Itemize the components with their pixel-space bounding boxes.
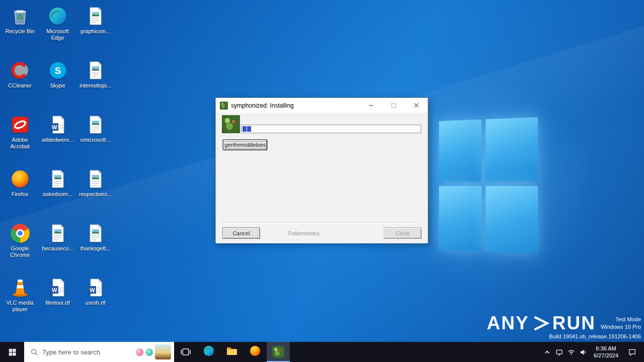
- desktop-icon-graphicsm[interactable]: graphicsm...: [76, 3, 114, 57]
- edge-icon: [203, 345, 215, 359]
- desktop-icon-vlc[interactable]: VLC media player: [1, 275, 39, 329]
- close-icon: [414, 103, 419, 108]
- taskbar-edge-button[interactable]: [197, 342, 220, 362]
- display-icon: [555, 348, 563, 356]
- taskbar-installer-button[interactable]: [267, 342, 290, 362]
- window-controls: [360, 98, 428, 113]
- image-doc-icon: [47, 223, 68, 244]
- desktop-icon-addedwere[interactable]: Waddedwere...: [39, 112, 76, 166]
- desktop-icon-label: CCleaner: [8, 82, 31, 89]
- desktop-icon-thanksgett[interactable]: thanksgett...: [76, 220, 114, 275]
- installer-thumbnail-image: [222, 115, 240, 133]
- desktop-icon-label: usroh.rtf: [85, 300, 105, 306]
- desktop-icon-omicrosoft[interactable]: omicrosoft...: [76, 112, 114, 166]
- search-input[interactable]: [42, 348, 132, 356]
- desktop-icon-grid: Recycle BinMicrosoft Edgegraphicsm...CCl…: [1, 3, 114, 329]
- desktop-icon-google-chrome[interactable]: Google Chrome: [1, 220, 39, 275]
- taskbar-explorer-button[interactable]: [220, 342, 244, 362]
- firefox-icon: [10, 168, 31, 190]
- cancel-button[interactable]: Cancel: [222, 227, 260, 239]
- desktop-icon-label: addedwere...: [42, 137, 74, 143]
- dialog-title: symphonized: Installing: [231, 102, 294, 109]
- ccleaner-icon: [10, 60, 31, 81]
- recycle-bin-icon: [10, 6, 31, 27]
- tray-network-button[interactable]: [565, 342, 577, 362]
- image-doc-icon: [85, 168, 106, 190]
- taskbar-firefox-button[interactable]: [244, 342, 267, 362]
- windows-logo-pane: [486, 186, 538, 254]
- desktop-icon-label: Skype: [50, 82, 65, 89]
- desktop-icon-label: thanksgett...: [80, 245, 111, 252]
- close-action-button[interactable]: Close: [384, 227, 422, 239]
- folkemindes-label: Folkemindes: [276, 227, 332, 239]
- firefox-icon: [249, 345, 261, 359]
- minimize-icon: [368, 103, 374, 108]
- desktop-icon-respectives[interactable]: respectives...: [76, 166, 114, 220]
- desktop-icon-label: askedsom...: [43, 191, 72, 198]
- action-center-icon: [628, 348, 636, 356]
- anyrun-logo: ANY RUN: [487, 314, 596, 332]
- desktop-icon-skype[interactable]: SSkype: [39, 57, 76, 112]
- watermark-test-mode: Test Mode: [601, 316, 641, 323]
- footer-separator: [222, 222, 422, 223]
- svg-text:W: W: [52, 124, 57, 130]
- tray-display-button[interactable]: [553, 342, 565, 362]
- desktop-icon-filmtour[interactable]: Wfilmtour.rtf: [39, 275, 76, 329]
- action-center-button[interactable]: [623, 348, 641, 356]
- desktop-icon-microsoft-edge[interactable]: Microsoft Edge: [39, 3, 76, 57]
- image-doc-icon: [85, 60, 106, 81]
- desktop-icon-label: filmtour.rtf: [45, 300, 69, 306]
- desktop-icon-recycle-bin[interactable]: Recycle Bin: [1, 3, 39, 57]
- start-button[interactable]: [0, 342, 24, 362]
- taskbar-search-box[interactable]: [24, 342, 174, 362]
- close-button[interactable]: [405, 98, 428, 113]
- desktop-icon-label: becauseco...: [42, 245, 73, 252]
- svg-text:W: W: [90, 287, 95, 293]
- desktop-icon-usroh[interactable]: Wusroh.rtf: [76, 275, 114, 329]
- desktop-icon-askedsom[interactable]: askedsom...: [39, 166, 76, 220]
- watermark-build: Build 19041.vb_release.191206-1406: [549, 333, 641, 340]
- desktop-icon-becauseco[interactable]: becauseco...: [39, 220, 76, 275]
- desktop-icon-label: VLC media player: [2, 300, 38, 313]
- tray-volume-button[interactable]: [577, 342, 589, 362]
- vlc-icon: [10, 277, 31, 298]
- desktop: Recycle BinMicrosoft Edgegraphicsm...CCl…: [0, 0, 644, 342]
- maximize-button[interactable]: [382, 98, 405, 113]
- taskbar-clock[interactable]: 6:36 AM 6/27/2024: [589, 345, 623, 359]
- genfremstillelses-button[interactable]: genfremstillelses: [223, 139, 267, 150]
- desktop-icon-label: Firefox: [12, 191, 29, 198]
- volume-icon: [580, 348, 587, 356]
- task-view-button[interactable]: [174, 342, 197, 362]
- progress-block: [247, 126, 251, 132]
- anyrun-logo-text-any: ANY: [487, 314, 529, 332]
- word-doc-icon: W: [85, 277, 106, 298]
- desktop-icon-ccleaner[interactable]: CCleaner: [1, 57, 39, 112]
- minimize-button[interactable]: [360, 98, 382, 113]
- chrome-icon: [10, 223, 31, 244]
- system-tray: 6:36 AM 6/27/2024: [541, 342, 644, 362]
- clock-time: 6:36 AM: [594, 345, 618, 352]
- svg-text:S: S: [54, 65, 61, 76]
- search-doodle-icon: [145, 348, 153, 356]
- chevron-up-icon: [543, 348, 551, 356]
- desktop-icon-interesttopi[interactable]: interesttopi...: [76, 57, 114, 112]
- desktop-icon-label: Microsoft Edge: [40, 28, 76, 41]
- file-explorer-icon: [226, 345, 238, 359]
- search-doodle-icon: [136, 348, 143, 356]
- dialog-titlebar[interactable]: symphonized: Installing: [216, 98, 428, 113]
- image-doc-icon: [47, 168, 68, 190]
- progress-block: [243, 126, 247, 132]
- windows-start-icon: [8, 348, 17, 356]
- watermark-windows-edition: Windows 10 Pro: [601, 323, 641, 331]
- maximize-icon: [391, 103, 396, 108]
- network-icon: [568, 348, 575, 356]
- desktop-icon-adobe-acrobat[interactable]: Adobe Acrobat: [1, 112, 39, 166]
- dialog-body: genfremstillelses Cancel Folkemindes Clo…: [216, 113, 428, 243]
- image-doc-icon: [85, 223, 106, 244]
- progress-track: [241, 125, 421, 133]
- desktop-icon-label: Recycle Bin: [5, 28, 34, 35]
- desktop-icon-firefox[interactable]: Firefox: [1, 166, 39, 220]
- taskbar: 6:36 AM 6/27/2024: [0, 342, 644, 362]
- hidden-icons-button[interactable]: [541, 342, 553, 362]
- desktop-icon-label: respectives...: [79, 191, 112, 198]
